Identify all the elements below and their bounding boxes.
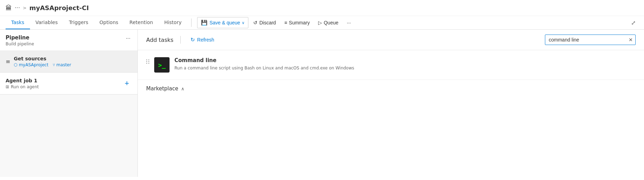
add-tasks-header: Add tasks ↻ Refresh ✕ [138, 30, 644, 50]
task-result-command-line: >_ Command line Run a command line scrip… [138, 50, 644, 80]
branch-meta: ⑂ master [53, 62, 71, 67]
tab-triggers[interactable]: Triggers [63, 16, 94, 29]
home-icon: 🏛 [6, 4, 12, 12]
list-lines-icon: ≡ [6, 58, 10, 65]
queue-button[interactable]: ▷ Queue [315, 18, 342, 28]
task-details: Command line Run a command line script u… [174, 57, 636, 71]
undo-icon: ↺ [253, 20, 257, 25]
breadcrumb-separator: > [23, 5, 27, 10]
command-line-icon-box: >_ [154, 57, 170, 73]
add-tasks-label: Add tasks [146, 37, 173, 43]
pipeline-menu-button[interactable]: ··· [125, 35, 132, 42]
refresh-label: Refresh [197, 37, 214, 43]
tab-history[interactable]: History [159, 16, 187, 29]
pipeline-title: Pipeline [6, 35, 34, 41]
pipeline-subtitle: Build pipeline [6, 42, 34, 46]
summary-label: Summary [289, 20, 310, 25]
play-icon: ▷ [318, 20, 322, 25]
left-panel: Pipeline Build pipeline ··· ≡ Get source… [0, 30, 138, 177]
drag-dot-row-1 [146, 59, 149, 60]
branch-icon: ⑂ [53, 62, 55, 67]
get-sources-row[interactable]: ≡ Get sources ⬡ myASAproject ⑂ master [0, 51, 137, 73]
pipeline-info: Pipeline Build pipeline [6, 35, 34, 46]
discard-label: Discard [259, 20, 276, 25]
ellipsis-icon: ··· [347, 20, 351, 25]
repo-meta: ⬡ myASAproject [14, 62, 48, 67]
dropdown-arrow-icon: ∨ [242, 21, 245, 25]
add-task-button[interactable]: + [122, 77, 132, 89]
get-sources-info: Get sources ⬡ myASAproject ⑂ master [14, 56, 71, 67]
branch-name: master [57, 62, 71, 67]
tab-divider [191, 18, 192, 27]
drag-dot [146, 63, 147, 64]
marketplace-chevron-icon: ∧ [181, 86, 185, 91]
vscode-icon: ⬡ [14, 62, 17, 67]
repo-name: myASAproject [19, 62, 48, 67]
search-input[interactable] [545, 35, 636, 45]
drag-handle[interactable] [146, 57, 149, 64]
agent-job-row[interactable]: Agent job 1 ⊞ Run on agent + [0, 73, 137, 95]
search-box-container: ✕ [545, 35, 636, 45]
marketplace-label: Marketplace [146, 85, 178, 92]
breadcrumb-bar: 🏛 ··· > myASAproject-CI [0, 0, 644, 16]
discard-button[interactable]: ↺ Discard [250, 18, 279, 28]
drag-dot [148, 63, 149, 64]
right-panel: Add tasks ↻ Refresh ✕ [138, 30, 644, 177]
agent-job-title: Agent job 1 [6, 78, 39, 83]
agent-job-subtitle: ⊞ Run on agent [6, 84, 39, 89]
tab-tasks[interactable]: Tasks [6, 16, 30, 29]
search-clear-button[interactable]: ✕ [628, 36, 634, 43]
save-icon: 💾 [201, 20, 208, 26]
get-sources-title: Get sources [14, 56, 71, 61]
main-layout: Pipeline Build pipeline ··· ≡ Get source… [0, 30, 644, 177]
more-options-button[interactable]: ··· [343, 18, 354, 28]
get-sources-meta: ⬡ myASAproject ⑂ master [14, 62, 71, 67]
agent-icon: ⊞ [6, 84, 9, 89]
marketplace-section: Marketplace ∧ [138, 80, 644, 97]
drag-dot-row-3 [146, 63, 149, 64]
agent-job-info: Agent job 1 ⊞ Run on agent [6, 78, 39, 89]
tab-nav: Tasks Variables Triggers Options Retenti… [0, 16, 644, 30]
drag-dot-row-2 [146, 61, 149, 62]
drag-dot [146, 59, 147, 60]
terminal-icon: >_ [158, 61, 166, 69]
toolbar-actions: 💾 Save & queue ∨ ↺ Discard ≡ Summary ▷ Q… [197, 17, 354, 28]
pipeline-section: Pipeline Build pipeline ··· [0, 30, 137, 51]
drag-dot [148, 61, 149, 62]
drag-dot [146, 61, 147, 62]
marketplace-header[interactable]: Marketplace ∧ [146, 85, 636, 92]
expand-button[interactable]: ⤢ [628, 17, 638, 28]
refresh-icon: ↻ [190, 37, 195, 43]
header-divider [180, 36, 181, 44]
save-queue-button[interactable]: 💾 Save & queue ∨ [197, 17, 248, 28]
agent-job-sub-label: Run on agent [11, 84, 39, 89]
refresh-button[interactable]: ↻ Refresh [188, 35, 217, 44]
list-icon: ≡ [284, 20, 287, 25]
queue-label: Queue [324, 20, 338, 25]
breadcrumb-dots[interactable]: ··· [15, 5, 20, 11]
drag-dot [148, 59, 149, 60]
breadcrumb-title: myASAproject-CI [29, 4, 89, 12]
summary-button[interactable]: ≡ Summary [281, 18, 313, 28]
save-queue-label: Save & queue [209, 20, 240, 25]
task-name: Command line [174, 57, 636, 63]
tab-options[interactable]: Options [94, 16, 124, 29]
tab-retention[interactable]: Retention [124, 16, 159, 29]
task-description: Run a command line script using Bash on … [174, 65, 636, 71]
tab-variables[interactable]: Variables [30, 16, 63, 29]
